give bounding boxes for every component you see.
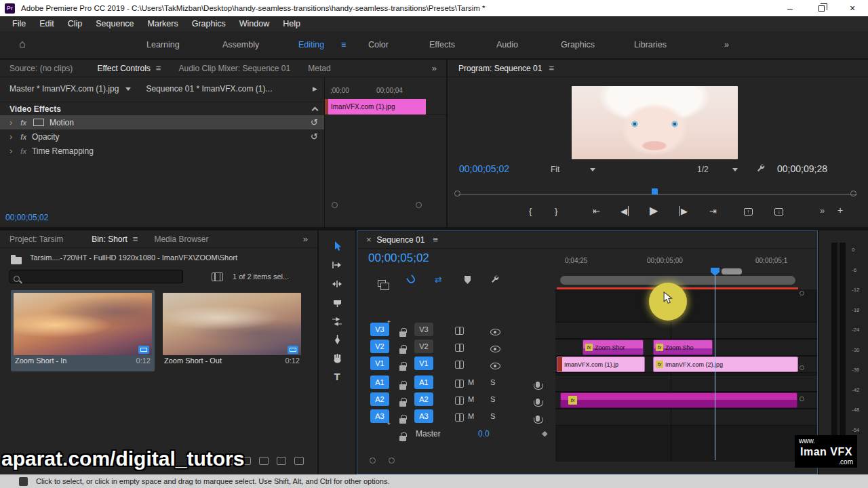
tab-bin-short[interactable]: Bin: Short (92, 235, 127, 244)
source-patch-v3[interactable]: V3+ (370, 323, 389, 336)
bin-menu-icon[interactable]: ≡ (133, 234, 138, 244)
effect-controls-menu-icon[interactable]: ≡ (156, 63, 161, 73)
solo-button[interactable]: S (490, 412, 495, 420)
vertical-scroll-dot[interactable] (800, 365, 804, 370)
linked-selection-icon[interactable]: ⇄ (435, 274, 442, 285)
track-lock-icon[interactable] (399, 401, 406, 407)
scrubber-playhead[interactable] (652, 188, 658, 195)
tab-media-browser[interactable]: Media Browser (154, 235, 208, 244)
timeline-clip-v2-1[interactable]: fx Zoom Shor (583, 340, 644, 355)
timeline-menu-icon[interactable]: ≡ (433, 235, 438, 245)
tool-slip[interactable] (331, 315, 343, 327)
timeline-timecode[interactable]: 00;00;05;02 (368, 251, 429, 265)
expand-effect-icon[interactable]: › (9, 117, 12, 127)
master-clip-label[interactable]: Master * ImanVFX.com (1).jpg (9, 84, 119, 94)
snap-icon[interactable] (406, 274, 416, 285)
clip-thumbnail[interactable] (163, 293, 301, 355)
sync-lock-icon[interactable] (455, 327, 464, 335)
zoom-level-chevron-icon[interactable] (590, 168, 595, 171)
tab-effect-controls[interactable]: Effect Controls (97, 64, 150, 73)
lane-a1[interactable] (555, 375, 817, 392)
close-panel-icon[interactable]: × (366, 235, 372, 245)
sync-lock-icon[interactable] (455, 344, 464, 352)
collapse-lane-icon[interactable]: ▶ (313, 85, 317, 92)
tab-project[interactable]: Project: Tarsim (9, 235, 63, 244)
workspace-overflow-icon[interactable]: » (724, 40, 729, 49)
program-timecode[interactable]: 00;00;05;02 (459, 163, 509, 174)
master-volume-value[interactable]: 0.0 (478, 429, 490, 439)
track-lock-icon[interactable] (399, 365, 406, 371)
go-to-in-button[interactable]: ⇤ (593, 206, 600, 216)
voiceover-record-icon[interactable] (536, 415, 540, 422)
mini-timeline-clip[interactable]: ImanVFX.com (1).jpg (328, 99, 426, 115)
vertical-scroll-dot[interactable] (800, 396, 804, 401)
ec-scroll-dot[interactable] (332, 202, 338, 208)
workspace-tab-learning[interactable]: Learning (146, 40, 180, 49)
mute-button[interactable]: M (468, 412, 474, 420)
search-input[interactable] (9, 270, 183, 283)
vertical-scroll-dot[interactable] (800, 291, 804, 296)
effect-name[interactable]: Motion (50, 118, 74, 127)
toggle-track-output-icon[interactable] (490, 329, 500, 336)
tool-pen[interactable] (331, 333, 343, 346)
track-target-a1[interactable]: A1 (414, 375, 433, 389)
effect-row-opacity[interactable]: › fx Opacity ↺ (0, 129, 324, 144)
source-patch-v1[interactable]: V1 (370, 357, 389, 370)
home-icon[interactable]: ⌂ (19, 38, 26, 50)
timeline-settings-wrench-icon[interactable] (490, 274, 500, 284)
mute-button[interactable]: M (468, 378, 474, 386)
expand-effect-icon[interactable]: › (9, 146, 12, 156)
timeline-scroll-dot[interactable] (389, 458, 395, 464)
workspace-tab-assembly[interactable]: Assembly (222, 40, 259, 49)
menu-help[interactable]: Help (276, 19, 307, 28)
mark-out-button[interactable]: } (555, 206, 557, 216)
resolution-chevron-icon[interactable] (732, 168, 738, 171)
track-target-v3[interactable]: V3 (414, 323, 433, 336)
sync-lock-icon[interactable] (455, 361, 464, 369)
tool-razor[interactable] (331, 297, 343, 309)
program-video-preview[interactable] (572, 86, 738, 159)
clip-name[interactable]: Zoom Short - In (15, 357, 66, 365)
tool-ripple-edit[interactable] (331, 278, 343, 290)
sync-lock-icon[interactable] (455, 396, 464, 405)
track-target-v2[interactable]: V2 (414, 340, 433, 353)
add-marker-icon[interactable] (465, 276, 471, 284)
lane-a3[interactable] (555, 409, 817, 426)
source-patch-a2[interactable]: A2 (370, 392, 389, 406)
delete-icon[interactable] (294, 457, 304, 465)
timeline-clip-v1-2[interactable]: fx ImanVFX.com (2).jpg (653, 357, 798, 372)
panel-overflow-icon[interactable]: » (432, 63, 437, 73)
menu-graphics[interactable]: Graphics (185, 19, 233, 28)
button-editor-plus-icon[interactable]: + (837, 205, 843, 216)
minimize-button[interactable]: – (774, 0, 806, 16)
track-lock-icon[interactable] (399, 331, 406, 337)
workspace-tab-libraries[interactable]: Libraries (634, 40, 667, 49)
workspace-tab-editing[interactable]: Editing (298, 40, 324, 49)
toggle-track-output-icon[interactable] (490, 363, 500, 369)
ec-scroll-dot[interactable] (416, 202, 422, 208)
playhead-grab-handle[interactable] (722, 268, 742, 274)
workspace-editing-menu-icon[interactable]: ≡ (341, 40, 346, 49)
timeline-clip-audio[interactable]: fx (560, 392, 797, 408)
zoom-level-select[interactable]: Fit (551, 165, 559, 174)
scrubber-right-handle[interactable] (850, 190, 856, 197)
effect-row-motion[interactable]: › fx Motion ↺ (0, 115, 324, 129)
effect-row-time-remapping[interactable]: › fx Time Remapping (0, 144, 324, 158)
menu-sequence[interactable]: Sequence (89, 19, 140, 28)
toggle-track-output-icon[interactable] (490, 346, 500, 352)
track-lock-icon[interactable] (399, 348, 406, 354)
program-scrubber-track[interactable] (458, 194, 857, 195)
track-target-v1[interactable]: V1 (414, 357, 433, 370)
tab-source-monitor[interactable]: Source: (no clips) (9, 64, 73, 73)
extract-button[interactable]: ↓ (774, 208, 783, 216)
playback-resolution-select[interactable]: 1/2 (697, 165, 709, 174)
ec-timecode[interactable]: 00;00;05;02 (5, 213, 48, 222)
transport-overflow-icon[interactable]: » (820, 205, 825, 216)
sequence-clip-label[interactable]: Sequence 01 * ImanVFX.com (1)... (146, 84, 272, 94)
mark-in-button[interactable]: { (529, 206, 532, 216)
program-menu-icon[interactable]: ≡ (549, 63, 554, 73)
source-patch-v2[interactable]: V2 (370, 340, 389, 353)
reset-effect-icon[interactable]: ↺ (311, 117, 318, 127)
timeline-clip-v1-1[interactable]: ImanVFX.com (1).jp (557, 357, 645, 372)
expand-effect-icon[interactable]: › (9, 131, 12, 142)
